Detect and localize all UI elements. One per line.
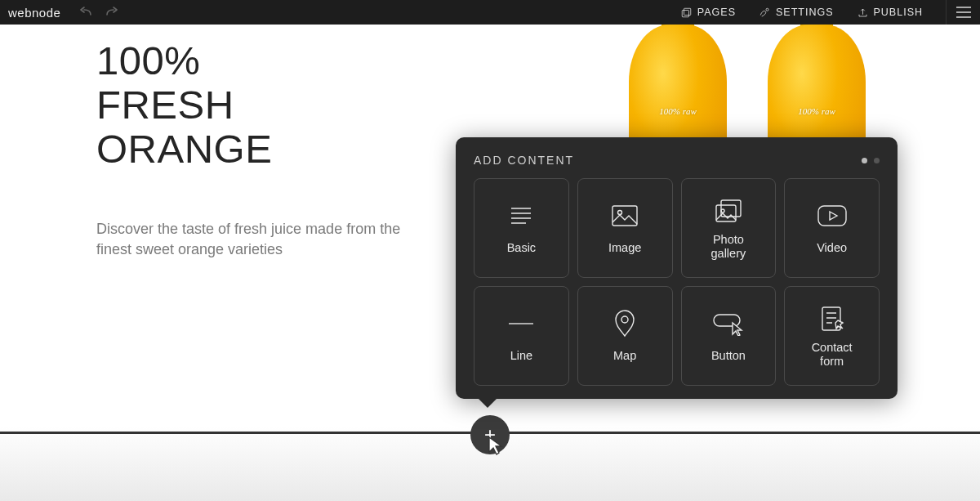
video-icon (817, 200, 848, 231)
pages-label: PAGES (697, 7, 736, 18)
svg-rect-10 (714, 315, 740, 326)
cell-label: Button (711, 349, 746, 363)
page-dot-2[interactable] (874, 158, 880, 163)
settings-button[interactable]: SETTINGS (759, 7, 834, 19)
add-map-button[interactable]: Map (577, 286, 673, 386)
text-lines-icon (508, 200, 534, 231)
svg-rect-1 (682, 10, 688, 16)
top-bar: webnode PAGES SETTINGS PUBLISH (0, 0, 980, 25)
button-icon (712, 308, 745, 339)
cell-label: Map (613, 349, 636, 363)
add-button-button[interactable]: Button (681, 286, 777, 386)
form-icon (820, 303, 844, 334)
gallery-icon (715, 195, 742, 226)
cell-label: Contact form (812, 341, 853, 369)
add-video-button[interactable]: Video (784, 178, 880, 278)
hamburger-icon (956, 11, 971, 13)
redo-button[interactable] (105, 6, 118, 20)
svg-rect-3 (612, 206, 637, 226)
svg-rect-0 (684, 8, 690, 15)
svg-point-7 (721, 209, 724, 212)
popover-title: ADD CONTENT (474, 154, 574, 167)
cell-label: Image (608, 241, 641, 255)
svg-rect-6 (716, 205, 736, 221)
add-gallery-button[interactable]: Photo gallery (681, 178, 777, 278)
pages-button[interactable]: PAGES (680, 7, 736, 19)
cell-label: Basic (507, 241, 536, 255)
cell-label: Line (510, 349, 532, 363)
cell-label: Photo gallery (711, 233, 746, 262)
plus-icon: + (484, 425, 496, 445)
add-section-button[interactable]: + (470, 415, 510, 454)
add-content-popover: ADD CONTENT Basic Image Photo gallery (456, 137, 898, 399)
add-line-button[interactable]: Line (474, 286, 569, 386)
svg-point-9 (621, 316, 628, 323)
image-icon (611, 200, 639, 231)
line-icon (507, 308, 535, 339)
settings-label: SETTINGS (776, 7, 834, 18)
publish-label: PUBLISH (874, 7, 924, 18)
svg-rect-8 (818, 206, 846, 226)
svg-point-4 (618, 211, 622, 215)
content-grid: Basic Image Photo gallery Video Line (474, 178, 880, 386)
page-dot-1[interactable] (862, 158, 867, 163)
svg-point-2 (766, 8, 768, 11)
hero-subtext[interactable]: Discover the taste of fresh juice made f… (96, 219, 423, 260)
pin-icon (614, 308, 635, 339)
publish-button[interactable]: PUBLISH (857, 7, 924, 19)
menu-button[interactable] (946, 0, 980, 25)
add-contact-form-button[interactable]: Contact form (784, 286, 880, 386)
brand-logo: webnode (8, 6, 60, 20)
pagination-dots[interactable] (862, 158, 880, 163)
add-basic-button[interactable]: Basic (474, 178, 569, 278)
cell-label: Video (817, 241, 847, 255)
add-image-button[interactable]: Image (577, 178, 673, 278)
undo-redo-group (80, 6, 118, 20)
undo-button[interactable] (80, 6, 93, 20)
